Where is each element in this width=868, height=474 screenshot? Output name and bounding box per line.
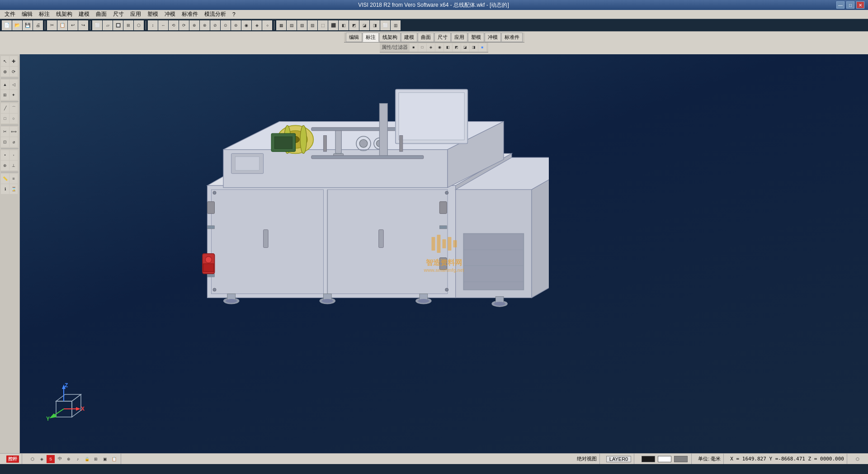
menu-item-冲模[interactable]: 冲模 <box>162 10 178 19</box>
measure-button[interactable]: 📏 <box>1 174 9 184</box>
view-side[interactable]: ◁ <box>9 80 18 90</box>
view-top[interactable]: ⊞ <box>1 90 9 100</box>
cut-button[interactable]: ✂ <box>47 20 57 30</box>
extend-button[interactable]: ⟺ <box>9 127 18 137</box>
tb-btn-24[interactable]: ◧ <box>339 20 349 30</box>
zoom-button[interactable]: ⊕ <box>1 66 9 76</box>
redo-button[interactable]: ↪ <box>78 20 88 30</box>
tab-surface[interactable]: 曲面 <box>418 33 434 42</box>
filter-btn-8[interactable]: ◨ <box>470 43 478 52</box>
draw-arc[interactable]: ⌒ <box>9 103 18 113</box>
status-icon-2[interactable]: ◈ <box>38 455 46 463</box>
tb-btn-27[interactable]: ◨ <box>370 20 380 30</box>
menu-item-编辑[interactable]: 编辑 <box>19 10 35 19</box>
view-iso[interactable]: ✦ <box>9 90 18 100</box>
status-icon-1[interactable]: ⬡ <box>28 455 37 463</box>
view-front[interactable]: ▲ <box>1 80 9 90</box>
tb-btn-25[interactable]: ◩ <box>349 20 359 30</box>
status-icon-8[interactable]: ▣ <box>101 455 109 463</box>
status-icon-6[interactable]: 🔒 <box>83 455 91 463</box>
tab-standard[interactable]: 标准件 <box>501 33 523 42</box>
filter-btn-4[interactable]: ◉ <box>435 43 443 52</box>
tb-btn-23[interactable]: ⬛ <box>328 20 338 30</box>
tb-btn-12[interactable]: ⊘ <box>210 20 220 30</box>
menu-item-模流分析[interactable]: 模流分析 <box>202 10 229 19</box>
tb-btn-14[interactable]: ⊚ <box>231 20 241 30</box>
tab-mold[interactable]: 塑模 <box>468 33 484 42</box>
snap-endpoint[interactable]: • <box>1 150 9 160</box>
status-icon-5[interactable]: ♪ <box>74 455 82 463</box>
tb-btn-21[interactable]: ▨ <box>307 20 317 30</box>
open-button[interactable]: 📂 <box>12 20 22 30</box>
tb-btn-13[interactable]: ⊙ <box>221 20 231 30</box>
maximize-button[interactable]: □ <box>846 1 854 9</box>
draw-circle[interactable]: ○ <box>9 114 18 123</box>
tb-btn-9[interactable]: ⟳ <box>179 20 189 30</box>
menu-item-标准件[interactable]: 标准件 <box>179 10 201 19</box>
tab-wireframe[interactable]: 线架构 <box>379 33 401 42</box>
menu-item-标注[interactable]: 标注 <box>36 10 52 19</box>
offset-button[interactable]: ⊡ <box>1 137 9 147</box>
filter-btn-6[interactable]: ◩ <box>453 43 461 52</box>
tb-btn-5[interactable]: ⬡ <box>134 20 144 30</box>
tb-btn-17[interactable]: ⟐ <box>262 20 272 30</box>
draw-rect[interactable]: □ <box>1 114 9 123</box>
layer-button[interactable]: ≡ <box>9 174 18 184</box>
calc-button[interactable]: ⌛ <box>9 184 18 194</box>
copy-button[interactable]: 📋 <box>57 20 67 30</box>
minimize-button[interactable]: — <box>836 1 844 9</box>
filter-btn-3[interactable]: ◈ <box>427 43 435 52</box>
snap-perp[interactable]: ⊥ <box>9 161 18 171</box>
menu-item-曲面[interactable]: 曲面 <box>93 10 109 19</box>
tab-edit[interactable]: 编辑 <box>346 33 362 42</box>
draw-line[interactable]: ╱ <box>1 103 9 113</box>
filter-btn-7[interactable]: ◪ <box>461 43 469 52</box>
tb-btn-11[interactable]: ⊗ <box>200 20 210 30</box>
tb-btn-26[interactable]: ◪ <box>359 20 369 30</box>
tb-btn-28[interactable]: ⬜ <box>380 20 390 30</box>
menu-item-?[interactable]: ? <box>230 11 238 18</box>
tb-btn-8[interactable]: ⟲ <box>169 20 179 30</box>
status-icon-9[interactable]: 📋 <box>110 455 118 463</box>
menu-item-文件[interactable]: 文件 <box>2 10 18 19</box>
tb-btn-6[interactable]: ↕ <box>148 20 158 30</box>
filter-btn-9[interactable]: ■ <box>478 43 486 52</box>
status-extra-btn[interactable]: ⬡ <box>854 455 862 463</box>
new-button[interactable]: 📄 <box>2 20 12 30</box>
tb-btn-20[interactable]: ▧ <box>297 20 307 30</box>
tb-btn-19[interactable]: ▤ <box>287 20 297 30</box>
rotate-button[interactable]: ⟳ <box>9 66 18 76</box>
menu-item-应用[interactable]: 应用 <box>127 10 144 19</box>
tb-btn-16[interactable]: ◈ <box>252 20 262 30</box>
status-icon-3[interactable]: 中 <box>56 455 64 463</box>
status-red-icon[interactable]: S <box>47 455 55 463</box>
tb-btn-1[interactable]: ⬜ <box>92 20 102 30</box>
viewport[interactable]: 智造资料网 www.smartmfg.net Z X Y <box>20 54 868 453</box>
snap-center[interactable]: ⊕ <box>1 161 9 171</box>
pan-button[interactable]: ✚ <box>9 56 18 66</box>
tab-annotation[interactable]: 标注 <box>363 33 379 42</box>
prop-button[interactable]: ℹ <box>1 184 9 194</box>
tb-btn-2[interactable]: ▱ <box>103 20 113 30</box>
tab-die[interactable]: 冲模 <box>485 33 501 42</box>
save-button[interactable]: 💾 <box>23 20 33 30</box>
menu-item-建模[interactable]: 建模 <box>76 10 92 19</box>
tb-btn-29[interactable]: ▥ <box>391 20 401 30</box>
menu-item-尺寸[interactable]: 尺寸 <box>110 10 127 19</box>
select-button[interactable]: ↖ <box>1 56 9 66</box>
tb-btn-15[interactable]: ◉ <box>241 20 251 30</box>
close-button[interactable]: ✕ <box>856 1 864 9</box>
tb-btn-3[interactable]: 🔲 <box>113 20 123 30</box>
filter-btn-1[interactable]: ■ <box>410 43 418 52</box>
status-icon-7[interactable]: ⊞ <box>92 455 100 463</box>
tb-btn-7[interactable]: ↔ <box>158 20 168 30</box>
tab-apply[interactable]: 应用 <box>451 33 467 42</box>
tb-btn-4[interactable]: ⊞ <box>123 20 133 30</box>
filter-btn-2[interactable]: □ <box>418 43 426 52</box>
undo-button[interactable]: ↩ <box>68 20 78 30</box>
tb-btn-22[interactable]: ⬚ <box>318 20 328 30</box>
menu-item-塑模[interactable]: 塑模 <box>145 10 161 19</box>
print-button[interactable]: 🖨 <box>33 20 43 30</box>
menu-item-线架构[interactable]: 线架构 <box>53 10 75 19</box>
trim-button[interactable]: ✂ <box>1 127 9 137</box>
